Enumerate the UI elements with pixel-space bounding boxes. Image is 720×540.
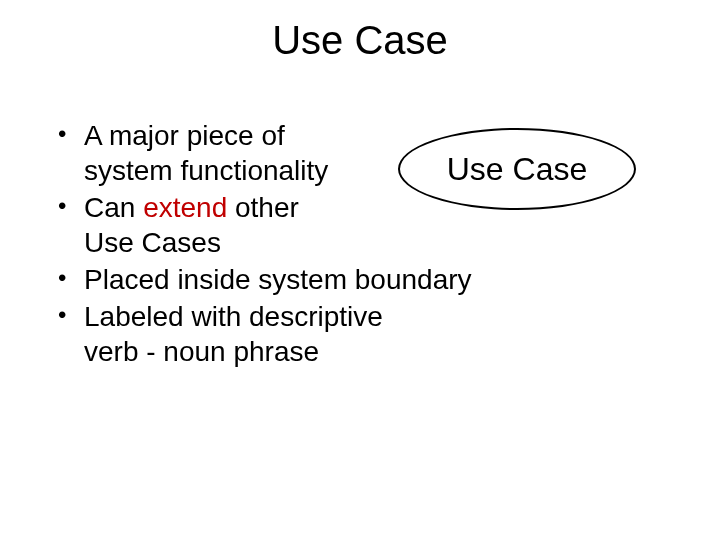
- bullet-text: Use Cases: [84, 227, 221, 258]
- bullet-item: Labeled with descriptive verb - noun phr…: [58, 299, 680, 369]
- bullet-text: Labeled with descriptive: [84, 301, 383, 332]
- bullet-item: Placed inside system boundary: [58, 262, 680, 297]
- bullet-text: Can: [84, 192, 143, 223]
- bullet-text: verb - noun phrase: [84, 336, 319, 367]
- bullet-text: system functionality: [84, 155, 328, 186]
- slide: Use Case A major piece of system functio…: [0, 0, 720, 540]
- bullet-emphasis: extend: [143, 192, 227, 223]
- use-case-oval-label: Use Case: [447, 151, 588, 188]
- bullet-text: A major piece of: [84, 120, 285, 151]
- use-case-oval: Use Case: [398, 128, 636, 210]
- bullet-text: other: [227, 192, 299, 223]
- slide-title: Use Case: [0, 18, 720, 63]
- bullet-text: Placed inside system boundary: [84, 264, 472, 295]
